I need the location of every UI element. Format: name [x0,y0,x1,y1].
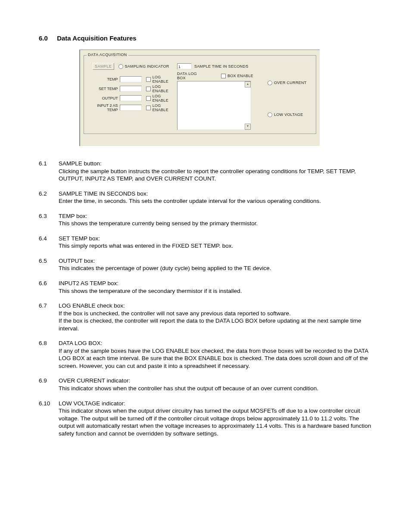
low-voltage-label: LOW VOLTAGE [274,112,303,117]
item-header: 6.2SAMPLE TIME IN SECONDS box: [39,190,372,198]
item-number: 6.6 [39,280,59,287]
item-title: SAMPLE button: [59,160,102,168]
item-body: This simply reports what was entered in … [59,242,372,250]
sample-button[interactable]: SAMPLE [93,63,114,70]
item-title: LOW VOLTAGE indicator: [59,400,125,408]
description-item: 6.3TEMP box:This shows the temperature c… [39,212,372,227]
over-current-label: OVER CURRENT [274,81,307,85]
description-item: 6.9OVER CURRENT indicator:This indicator… [39,377,372,392]
description-item: 6.4SET TEMP box:This simply reports what… [39,235,372,250]
middle-column: 1 SAMPLE TIME IN SECONDS DATA LOG BOX BO… [177,59,259,130]
item-body: Clicking the sample button instructs the… [59,168,372,183]
low-voltage-radio[interactable] [268,112,272,117]
item-body: This indicator shows when the output dri… [59,407,372,437]
item-title: INPUT2 AS TEMP box: [59,280,118,287]
item-title: TEMP box: [59,212,87,220]
item-body: This indicates the percentage of power (… [59,264,372,272]
description-item: 6.1SAMPLE button:Clicking the sample but… [39,160,372,183]
section-heading: 6.0 Data Acquisition Features [39,34,372,42]
row-label: OUTPUT [87,96,120,100]
output-field[interactable] [120,95,142,101]
log-enable-checkbox[interactable] [146,96,151,101]
screenshot-figure: DATA ACQUISITION SAMPLE SAMPLING INDICAT… [79,50,320,146]
row-label: INPUT 2 AS TEMP [87,103,120,112]
item-body: This shows the temperature currently bei… [59,220,372,227]
log-enable-label: LOG ENABLE [153,84,177,93]
item-body: This indicator shows when the controller… [59,385,372,392]
item-number: 6.7 [39,302,59,310]
set-temp-field[interactable] [120,86,142,92]
section-number: 6.0 [39,34,55,42]
description-item: 6.8DATA LOG BOX:If any of the sample box… [39,339,372,370]
item-body: If the box is unchecked, the controller … [59,310,372,333]
sample-time-label: SAMPLE TIME IN SECONDS [194,64,248,68]
item-number: 6.2 [39,190,59,198]
item-title: OUTPUT box: [59,257,95,265]
groupbox-legend: DATA ACQUISITION [87,53,128,57]
item-header: 6.1SAMPLE button: [39,160,372,168]
item-number: 6.1 [39,160,59,168]
right-column: OVER CURRENT LOW VOLTAGE [259,59,313,130]
item-header: 6.6INPUT2 AS TEMP box: [39,280,372,287]
item-title: OVER CURRENT indicator: [59,377,130,385]
input2-field[interactable] [120,105,142,111]
log-enable-label: LOG ENABLE [153,94,177,103]
log-enable-label: LOG ENABLE [153,75,177,84]
groupbox-data-acquisition: DATA ACQUISITION SAMPLE SAMPLING INDICAT… [84,55,316,134]
sample-time-field[interactable]: 1 [177,63,192,69]
description-item: 6.10LOW VOLTAGE indicator:This indicator… [39,400,372,438]
description-item: 6.5OUTPUT box:This indicates the percent… [39,257,372,272]
scroll-up-icon[interactable]: ▴ [245,81,251,87]
sampling-indicator-radio[interactable] [118,64,123,69]
item-header: 6.8DATA LOG BOX: [39,339,372,347]
item-body: If any of the sample boxes have the LOG … [59,347,372,370]
scroll-down-icon[interactable]: ▾ [245,124,251,130]
item-number: 6.3 [39,212,59,220]
item-header: 6.10LOW VOLTAGE indicator: [39,400,372,408]
row-label: SET TEMP [87,87,120,91]
item-header: 6.5OUTPUT box: [39,257,372,265]
item-title: DATA LOG BOX: [59,339,103,347]
item-number: 6.5 [39,257,59,265]
item-header: 6.3TEMP box: [39,212,372,220]
description-item: 6.7LOG ENABLE check box: If the box is u… [39,302,372,332]
log-enable-checkbox[interactable] [146,77,151,82]
log-enable-checkbox[interactable] [146,87,151,91]
data-log-box-label: DATA LOG BOX [177,72,203,80]
temp-field[interactable] [120,76,142,82]
item-number: 6.10 [39,400,59,408]
box-enable-checkbox[interactable] [221,74,226,78]
sampling-indicator-label: SAMPLING INDICATOR [125,64,169,68]
description-item: 6.2SAMPLE TIME IN SECONDS box:Enter the … [39,190,372,205]
data-log-box[interactable]: ▴ ▾ [177,81,251,130]
document-page: 6.0 Data Acquisition Features DATA ACQUI… [0,0,411,470]
description-item: 6.6INPUT2 AS TEMP box:This shows the tem… [39,280,372,295]
section-title: Data Acquisition Features [57,34,136,42]
left-column: SAMPLE SAMPLING INDICATOR TEMP LOG ENABL… [87,59,177,130]
item-body: This shows the temperature of the second… [59,287,372,295]
over-current-radio[interactable] [268,81,272,85]
item-title: SAMPLE TIME IN SECONDS box: [59,190,148,198]
description-list: 6.1SAMPLE button:Clicking the sample but… [39,160,372,437]
row-label: TEMP [87,77,120,81]
log-enable-label: LOG ENABLE [153,103,177,112]
item-header: 6.9OVER CURRENT indicator: [39,377,372,385]
item-body: Enter the time, in seconds. This sets th… [59,197,372,205]
item-title: LOG ENABLE check box: [59,302,125,310]
item-header: 6.7LOG ENABLE check box: [39,302,372,310]
item-header: 6.4SET TEMP box: [39,235,372,243]
box-enable-label: BOX ENABLE [227,74,253,78]
item-number: 6.9 [39,377,59,385]
item-number: 6.8 [39,339,59,347]
log-enable-checkbox[interactable] [146,106,151,110]
item-number: 6.4 [39,235,59,243]
item-title: SET TEMP box: [59,235,100,243]
